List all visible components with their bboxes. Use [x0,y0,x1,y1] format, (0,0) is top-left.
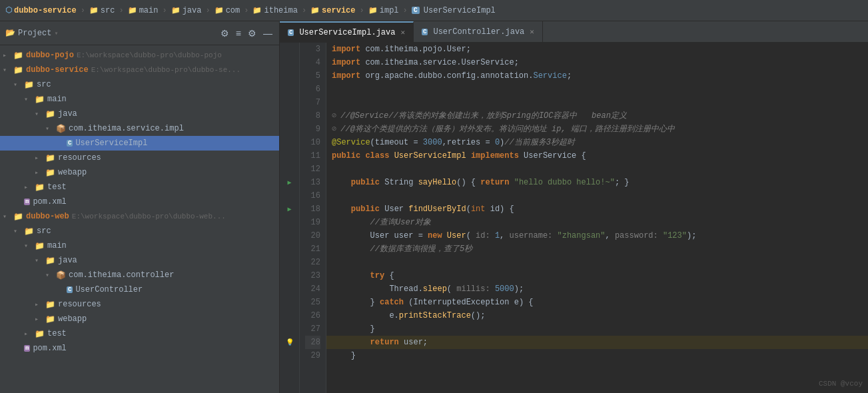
code-content[interactable]: import com.itheima.pojo.User; import com… [326,43,868,393]
tree-item-resources[interactable]: 📁 resources [0,151,279,165]
gutter-run-18[interactable]: ▶ [280,202,299,216]
tree-item-dubbo-service[interactable]: 📁 dubbo-service E:\workspace\dubbo-pro\d… [0,63,279,77]
line-numbers: 3 4 5 6 7 8 9 10 11 12 13 16 18 19 20 21… [300,43,326,393]
pom-icon: m [24,345,30,352]
line-num-6: 6 [305,83,320,96]
gutter-cell-23 [280,269,299,282]
tree-item-resources-web[interactable]: 📁 resources [0,297,279,312]
tree-arrow [3,212,13,220]
folder-icon: 📁 [13,51,23,61]
tree-arrow [35,110,45,118]
line-num-19: 19 [305,216,320,229]
tree-item-test[interactable]: 📁 test [0,180,279,195]
gutter-cell-25 [280,296,299,309]
line-num-25: 25 [305,296,320,309]
gutter-cell-8 [280,109,299,123]
tree-arrow [45,271,56,279]
tree-item-userserviceimpl[interactable]: C UserServiceImpl [0,136,279,151]
code-line-11: public class UserServiceImpl implements … [326,149,868,163]
folder-icon: 📁 [35,183,45,193]
tree-item-dubbo-pojo[interactable]: 📁 dubbo-pojo E:\workspace\dubbo-pro\dubb… [0,48,279,63]
line-num-8: 8 [305,109,320,123]
breadcrumb-bar: ⬡ dubbo-service › 📁 src › 📁 main › 📁 jav… [0,0,868,21]
gutter-warning-28: 💡 [280,336,299,349]
code-line-16 [326,189,868,202]
tree-arrow [24,95,35,103]
tree-item-pom-service[interactable]: m pom.xml [0,195,279,209]
code-line-7 [326,96,868,109]
editor-area: C UserServiceImpl.java ✕ C UserControlle… [280,21,868,393]
line-num-13: 13 [305,176,320,189]
breadcrumb-java[interactable]: 📁 java [171,6,202,15]
breadcrumb-class[interactable]: C UserServiceImpl [412,6,496,15]
project-sidebar: 📂 Project ▾ ⚙ ≡ ⚙ — 📁 dubbo-pojo E:\work… [0,21,280,393]
settings-button[interactable]: ⚙ [246,27,258,40]
tree-arrow [13,81,24,89]
code-editor[interactable]: ▶ ▶ 💡 3 4 5 6 7 [280,43,868,393]
folder-icon: 📁 [252,6,262,15]
tree-item-webapp-web[interactable]: 📁 webapp [0,312,279,326]
chevron-down-icon: ▾ [54,29,58,37]
class-tab-icon: C [422,29,428,35]
pom-icon: m [24,198,30,205]
tree-arrow [35,169,45,177]
tree-arrow [13,227,24,235]
tree-arrow [24,183,35,191]
tab-usercontroller[interactable]: C UserController.java ✕ [414,21,543,42]
line-num-27: 27 [305,322,320,336]
line-num-3: 3 [305,43,320,56]
class-tab-icon: C [288,29,294,36]
breadcrumb-main[interactable]: 📁 main [128,6,159,15]
folder-icon: 📁 [45,168,55,178]
sidebar-header: 📂 Project ▾ ⚙ ≡ ⚙ — [0,21,279,45]
breadcrumb-service[interactable]: 📁 service [310,6,355,15]
folder-icon: 📁 [13,65,23,75]
tree-item-main-web[interactable]: 📁 main [0,238,279,253]
minimize-button[interactable]: — [262,27,274,40]
folder-icon: 📁 [89,6,99,15]
line-num-26: 26 [305,309,320,322]
csdn-watermark: CSDN @vcoy [819,380,863,388]
tree-arrow [3,66,13,74]
line-num-4: 4 [305,56,320,69]
gutter-cell-24 [280,282,299,296]
breadcrumb-module[interactable]: ⬡ dubbo-service [5,5,77,15]
tab-userserviceimpl[interactable]: C UserServiceImpl.java ✕ [280,21,414,42]
tree-arrow [35,154,45,162]
code-line-19: //查询User对象 [326,216,868,229]
tree-item-java-web[interactable]: 📁 java [0,253,279,268]
breadcrumb-impl[interactable]: 📁 impl [368,6,399,15]
project-icon: 📂 [5,28,15,38]
tree-arrow [35,315,45,323]
tab-close-button[interactable]: ✕ [530,27,534,36]
line-num-12: 12 [305,163,320,176]
tree-item-src[interactable]: 📁 src [0,77,279,92]
collapse-button[interactable]: ≡ [234,27,242,40]
breadcrumb-src[interactable]: 📁 src [89,6,115,15]
tree-item-dubbo-web[interactable]: 📁 dubbo-web E:\workspace\dubbo-pro\dubbo… [0,209,279,224]
tab-close-button[interactable]: ✕ [400,28,405,37]
project-tree: 📁 dubbo-pojo E:\workspace\dubbo-pro\dubb… [0,45,279,393]
code-line-28: return user; [326,336,868,349]
sync-button[interactable]: ⚙ [219,27,230,40]
breadcrumb-itheima[interactable]: 📁 itheima [252,6,297,15]
tree-item-java[interactable]: 📁 java [0,107,279,121]
tree-item-package-controller[interactable]: 📦 com.itheima.controller [0,268,279,282]
tree-item-main[interactable]: 📁 main [0,92,279,107]
tree-item-webapp[interactable]: 📁 webapp [0,165,279,180]
gutter-cell-4 [280,56,299,69]
gutter-cell-26 [280,309,299,322]
tree-arrow [45,125,56,133]
code-line-25: } catch (InterruptedException e) { [326,296,868,309]
tree-item-pom-web[interactable]: m pom.xml [0,341,279,356]
tree-item-usercontroller[interactable]: C UserController [0,282,279,297]
line-num-28: 28 [305,336,320,349]
tree-item-package-impl[interactable]: 📦 com.itheima.service.impl [0,121,279,136]
tree-item-src-web[interactable]: 📁 src [0,224,279,238]
tree-item-test-web[interactable]: 📁 test [0,326,279,341]
editor-gutter: ▶ ▶ 💡 [280,43,300,393]
folder-icon: 📁 [171,6,181,15]
code-line-26: e.printStackTrace(); [326,309,868,322]
breadcrumb-com[interactable]: 📁 com [215,6,240,15]
gutter-run-13[interactable]: ▶ [280,176,299,189]
